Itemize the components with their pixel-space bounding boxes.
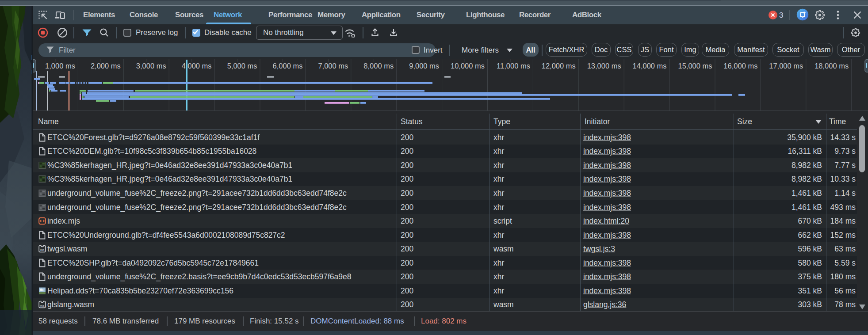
svg-text:5,000 ms: 5,000 ms [227, 62, 257, 70]
svg-text:2,000 ms: 2,000 ms [91, 62, 121, 70]
svg-text:9,000 ms: 9,000 ms [409, 62, 439, 70]
svg-text:12,000 ms: 12,000 ms [542, 62, 576, 70]
svg-text:13,000 ms: 13,000 ms [587, 62, 621, 70]
svg-text:3: 3 [779, 11, 783, 19]
svg-text:11,000 ms: 11,000 ms [497, 62, 530, 70]
svg-text:7,000 ms: 7,000 ms [318, 62, 348, 70]
svg-text:4,000 ms: 4,000 ms [182, 62, 212, 70]
svg-text:10,000 ms: 10,000 ms [451, 62, 485, 70]
svg-text:8,000 ms: 8,000 ms [363, 62, 394, 70]
svg-text:6,000 ms: 6,000 ms [273, 62, 303, 70]
svg-text:18,000 ms: 18,000 ms [814, 62, 849, 70]
svg-text:14,000 ms: 14,000 ms [633, 62, 667, 70]
svg-text:3,000 ms: 3,000 ms [136, 62, 166, 70]
svg-text:17,000 ms: 17,000 ms [769, 62, 803, 70]
svg-text:1,000 ms: 1,000 ms [45, 62, 75, 70]
svg-text:15,000 ms: 15,000 ms [678, 62, 712, 70]
svg-text:16,000 ms: 16,000 ms [723, 62, 757, 70]
